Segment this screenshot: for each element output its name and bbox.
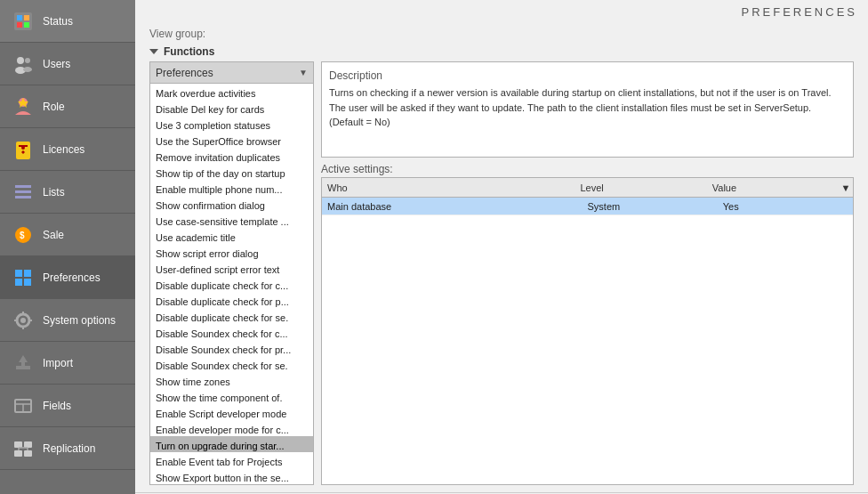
svg-rect-29 bbox=[16, 366, 30, 369]
lists-icon bbox=[11, 180, 36, 205]
left-panel: Preferences ▼ Mark overdue activitiesDis… bbox=[149, 61, 314, 485]
main-content: PREFERENCES View group: Functions Prefer… bbox=[135, 0, 868, 494]
list-item[interactable]: Use 3 completion statuses bbox=[150, 116, 313, 132]
col-who: Who bbox=[322, 182, 575, 193]
list-item[interactable]: Show confirmation dialog bbox=[150, 196, 313, 212]
svg-rect-19 bbox=[15, 270, 22, 277]
list-container[interactable]: Mark overdue activitiesDisable Del key f… bbox=[149, 83, 314, 485]
svg-rect-27 bbox=[14, 320, 18, 321]
list-item[interactable]: Disable Del key for cards bbox=[150, 100, 313, 116]
sidebar-item-role[interactable]: Role bbox=[0, 85, 135, 128]
svg-rect-36 bbox=[14, 450, 22, 457]
svg-rect-4 bbox=[24, 22, 29, 28]
settings-table: Who Level Value ▼ Main database System Y… bbox=[321, 177, 854, 485]
sidebar-item-licences-label: Licences bbox=[43, 143, 84, 156]
list-item[interactable]: Disable duplicate check for c... bbox=[150, 276, 313, 292]
list-item[interactable]: Enable Script developer mode bbox=[150, 404, 313, 420]
view-group-label: View group: bbox=[149, 28, 205, 40]
sidebar-item-role-label: Role bbox=[43, 101, 65, 113]
content-area: Preferences ▼ Mark overdue activitiesDis… bbox=[135, 61, 868, 492]
replication-icon bbox=[11, 436, 36, 461]
users-icon bbox=[11, 52, 36, 77]
sidebar-item-sale-label: Sale bbox=[43, 229, 64, 241]
col-sort-arrow[interactable]: ▼ bbox=[839, 182, 853, 193]
description-title: Description bbox=[329, 69, 846, 82]
collapse-icon[interactable] bbox=[149, 49, 158, 54]
svg-rect-2 bbox=[24, 15, 29, 20]
sidebar-item-licences[interactable]: Licences bbox=[0, 128, 135, 171]
role-icon bbox=[11, 94, 36, 119]
sidebar-item-replication[interactable]: Replication bbox=[0, 427, 135, 470]
sale-icon: $ bbox=[11, 223, 36, 247]
list-item[interactable]: Show tip of the day on startup bbox=[150, 164, 313, 180]
list-item[interactable]: Show time zones bbox=[150, 372, 313, 388]
sidebar-item-preferences[interactable]: Preferences bbox=[0, 256, 135, 299]
sidebar-item-replication-label: Replication bbox=[43, 442, 95, 455]
functions-title: Functions bbox=[164, 45, 214, 58]
list-item[interactable]: Remove invitation duplicates bbox=[150, 148, 313, 164]
list-item[interactable]: User-defined script error text bbox=[150, 260, 313, 276]
sidebar-item-fields-label: Fields bbox=[43, 400, 71, 412]
list-sort-arrow[interactable]: ▼ bbox=[299, 68, 308, 77]
list-item[interactable]: Disable Soundex check for c... bbox=[150, 324, 313, 340]
svg-marker-30 bbox=[19, 355, 28, 366]
svg-point-7 bbox=[25, 58, 30, 63]
system-options-icon bbox=[11, 308, 36, 333]
svg-rect-3 bbox=[17, 22, 22, 28]
sidebar-item-fields[interactable]: Fields bbox=[0, 385, 135, 427]
list-item[interactable]: Enable multiple phone num... bbox=[150, 180, 313, 196]
sidebar-item-status[interactable]: Status bbox=[0, 0, 135, 43]
col-value: Value bbox=[707, 182, 839, 193]
list-item[interactable]: Use the SuperOffice browser bbox=[150, 132, 313, 148]
svg-point-24 bbox=[20, 318, 26, 323]
view-group-bar: View group: bbox=[135, 24, 868, 42]
list-item[interactable]: Enable developer mode for c... bbox=[150, 420, 313, 436]
table-row[interactable]: Main database System Yes bbox=[322, 198, 853, 215]
sidebar-item-sale[interactable]: $ Sale bbox=[0, 214, 135, 256]
preferences-icon bbox=[11, 265, 36, 290]
list-item[interactable]: Disable Soundex check for pr... bbox=[150, 340, 313, 356]
sidebar-item-preferences-label: Preferences bbox=[43, 271, 100, 284]
sidebar-item-lists[interactable]: Lists bbox=[0, 171, 135, 214]
svg-rect-37 bbox=[24, 450, 32, 457]
sidebar-item-users-label: Users bbox=[43, 58, 70, 70]
settings-rows: Main database System Yes bbox=[322, 198, 853, 215]
svg-rect-15 bbox=[15, 190, 31, 193]
td-who: Main database bbox=[322, 201, 583, 212]
list-item[interactable]: Disable Soundex check for se. bbox=[150, 356, 313, 372]
sidebar-item-status-label: Status bbox=[43, 15, 73, 28]
right-panel: Description Turns on checking if a newer… bbox=[321, 61, 854, 485]
list-item[interactable]: Use academic title bbox=[150, 228, 313, 244]
svg-rect-14 bbox=[15, 185, 31, 188]
description-box: Description Turns on checking if a newer… bbox=[321, 61, 854, 158]
svg-rect-21 bbox=[15, 279, 22, 286]
svg-rect-25 bbox=[22, 312, 24, 315]
top-bar: PREFERENCES bbox=[135, 0, 868, 24]
list-item[interactable]: Show script error dialog bbox=[150, 244, 313, 260]
page-title: PREFERENCES bbox=[741, 5, 857, 19]
list-header: Preferences ▼ bbox=[149, 61, 314, 83]
sidebar-item-system-options[interactable]: System options bbox=[0, 299, 135, 342]
svg-rect-22 bbox=[24, 279, 31, 286]
list-item[interactable]: Use case-sensitive template ... bbox=[150, 212, 313, 228]
svg-rect-28 bbox=[28, 320, 32, 321]
list-header-label: Preferences bbox=[156, 67, 213, 79]
fields-icon bbox=[11, 393, 36, 418]
svg-rect-26 bbox=[22, 326, 24, 329]
svg-point-8 bbox=[23, 67, 32, 72]
svg-rect-20 bbox=[24, 270, 31, 277]
list-item[interactable]: Turn on upgrade during star... bbox=[150, 436, 313, 452]
list-item[interactable]: Disable duplicate check for se. bbox=[150, 308, 313, 324]
svg-rect-34 bbox=[14, 441, 22, 448]
list-item[interactable]: Mark overdue activities bbox=[150, 84, 313, 100]
import-icon bbox=[11, 351, 36, 376]
list-item[interactable]: Show the time component of. bbox=[150, 388, 313, 404]
list-item[interactable]: Show Export button in the se... bbox=[150, 468, 313, 484]
svg-rect-35 bbox=[24, 441, 32, 448]
active-settings-label: Active settings: bbox=[321, 163, 854, 175]
list-item[interactable]: Enable Event tab for Projects bbox=[150, 452, 313, 468]
sidebar-item-import[interactable]: Import bbox=[0, 342, 135, 385]
list-item[interactable]: Disable duplicate check for p... bbox=[150, 292, 313, 308]
sidebar-item-users[interactable]: Users bbox=[0, 43, 135, 85]
sidebar-item-lists-label: Lists bbox=[43, 186, 65, 198]
